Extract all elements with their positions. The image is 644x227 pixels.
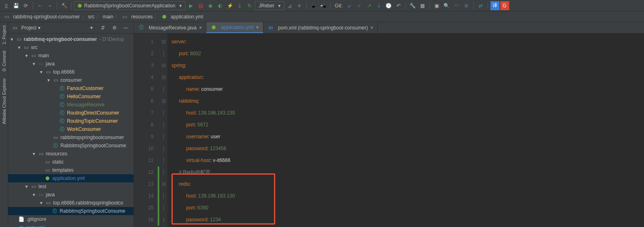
line-num[interactable]: 3: [134, 60, 154, 72]
crumb-main[interactable]: main: [103, 14, 113, 20]
code-line[interactable]: username: user: [172, 131, 644, 143]
ide-settings-icon[interactable]: ▣: [432, 1, 441, 10]
analysis-icon[interactable]: 〰: [452, 1, 461, 10]
line-num[interactable]: 10: [134, 143, 154, 155]
tree-file[interactable]: ⒸRabbitmqSpringbootConsume: [8, 142, 134, 150]
tree-file[interactable]: ⒸWorkConsumer: [8, 125, 134, 133]
chevron-down-icon[interactable]: ▾: [33, 192, 37, 198]
code-line[interactable]: port: 8002: [172, 48, 644, 60]
hide-icon[interactable]: —: [121, 23, 130, 32]
chevron-down-icon[interactable]: ▾: [11, 36, 15, 42]
tree-package[interactable]: ▾▭top.it6666: [8, 68, 134, 76]
line-num[interactable]: 9: [134, 131, 154, 143]
tab-message-receive[interactable]: Ⓒ MessageReceive.java ×: [134, 22, 206, 33]
vcs-added-mark[interactable]: [158, 166, 159, 226]
tree-gitignore[interactable]: 📄.gitignore: [8, 215, 134, 223]
line-num[interactable]: 2: [134, 48, 154, 60]
tree-pom[interactable]: mpom.xml: [8, 223, 134, 227]
line-gutter[interactable]: 1 2 3 4 5 6 7 8 9 10 11 12 13 14 15 16: [134, 34, 157, 227]
line-num[interactable]: 4: [134, 72, 154, 83]
debug-icon[interactable]: 🐞: [196, 1, 205, 10]
tree-templates[interactable]: ▭templates: [8, 166, 134, 174]
avd-icon[interactable]: 📲: [319, 1, 328, 10]
code-line[interactable]: redis:: [172, 178, 644, 190]
fold-gutter[interactable]: ⊟ │ ⊟ ⊟ │ ⊟ │ │ │ │ │ │ ⊟ │ │ ⌊: [160, 34, 167, 227]
chevron-down-icon[interactable]: ▾: [25, 184, 29, 189]
line-num[interactable]: 12: [134, 166, 154, 178]
code-line[interactable]: host: 139.196.183.130: [172, 107, 644, 119]
tree-static[interactable]: ▭static: [8, 158, 134, 166]
git-update-icon[interactable]: ↙: [345, 1, 354, 10]
deny-icon[interactable]: ⊘: [462, 1, 471, 10]
project-tree[interactable]: ▾ ▭ rabbitmq-springboot-consumer - D:\De…: [8, 34, 134, 227]
code-line[interactable]: password: 123456: [172, 143, 644, 155]
tree-file[interactable]: ⒸFanoutCustomer: [8, 84, 134, 92]
close-icon[interactable]: ×: [199, 25, 202, 31]
tree-test-pkg[interactable]: ▾▭top.it6666.rabbitmqspringbootco: [8, 199, 134, 207]
line-num[interactable]: 15: [134, 202, 154, 214]
tree-file[interactable]: ⒸMessageReceive: [8, 101, 134, 109]
code-line[interactable]: name: consumer: [172, 83, 644, 95]
git-rollback-icon[interactable]: ↶: [394, 1, 403, 10]
tree-file[interactable]: ⒸRoutingTopicConsumer: [8, 117, 134, 125]
profile-icon[interactable]: ◐: [216, 1, 225, 10]
project-structure-icon[interactable]: ▦: [418, 1, 427, 10]
close-icon[interactable]: ×: [256, 25, 259, 30]
chevron-down-icon[interactable]: ▾: [40, 200, 44, 206]
crumb-module[interactable]: ▭rabbitmq-springboot-consumer: [3, 14, 80, 20]
code-line[interactable]: # Redis的配置: [172, 166, 644, 178]
back-icon[interactable]: ←: [36, 1, 45, 10]
save-icon[interactable]: 💾: [11, 1, 20, 10]
tree-app-yml[interactable]: ⬢application.yml: [8, 174, 134, 182]
crumb-resources[interactable]: ▭resources: [121, 14, 153, 20]
crumb-src[interactable]: src: [88, 14, 94, 20]
tab-application-yml[interactable]: ⬢ application.yml ×: [206, 22, 263, 33]
project-tool-button[interactable]: 1: Project: [1, 22, 7, 47]
run-icon[interactable]: ▶: [186, 1, 195, 10]
tree-java[interactable]: ▾▭java: [8, 60, 134, 68]
alibaba-tool-button[interactable]: Alibaba Cloud Explorer: [1, 75, 7, 128]
fold-handle[interactable]: ⊟: [160, 178, 167, 190]
tree-test[interactable]: ▾▭test: [8, 182, 134, 191]
forward-icon[interactable]: →: [45, 1, 54, 10]
tab-pom-xml[interactable]: m pom.xml (rabbitmq-springboot-consumer)…: [263, 22, 378, 33]
fold-handle[interactable]: ⊟: [160, 36, 167, 48]
chevron-down-icon[interactable]: ▾: [47, 77, 51, 83]
run-config-selector[interactable]: ⬢ RabbitmqSpringbootConsumerApplication …: [74, 1, 185, 10]
translate-icon[interactable]: 译: [490, 1, 499, 10]
select-opened-icon[interactable]: ✦: [87, 23, 96, 32]
code-line[interactable]: port: 5672: [172, 119, 644, 131]
close-icon[interactable]: ×: [370, 25, 373, 31]
line-num[interactable]: 13: [134, 178, 154, 190]
open-icon[interactable]: ▯: [2, 1, 11, 10]
attach-icon[interactable]: ⤓: [235, 1, 244, 10]
crumb-file[interactable]: ⬢application.yml: [161, 14, 203, 20]
line-num[interactable]: 1: [134, 36, 154, 48]
chevron-down-icon[interactable]: ▾: [18, 45, 22, 50]
google-icon[interactable]: G: [500, 1, 509, 10]
rerun-icon[interactable]: ↻: [245, 1, 254, 10]
line-num[interactable]: 16: [134, 214, 154, 226]
fold-handle[interactable]: ⊟: [160, 72, 167, 83]
run-anything-icon[interactable]: ⚡: [225, 1, 234, 10]
tree-file[interactable]: ⒸRoutingDirectConsumer: [8, 109, 134, 117]
tree-test-file[interactable]: ⒸRabbitmqSpringbootConsume: [8, 207, 134, 215]
chevron-down-icon[interactable]: ▾: [33, 61, 37, 67]
expand-all-icon[interactable]: ⇵: [98, 23, 107, 32]
fold-handle[interactable]: ⊟: [160, 60, 167, 72]
code-line[interactable]: host: 139.196.183.130: [172, 190, 644, 202]
tree-main[interactable]: ▾▭main: [8, 52, 134, 60]
code-with-me-icon[interactable]: ⇄: [476, 1, 485, 10]
tree-consumer[interactable]: ▾▭consumer: [8, 76, 134, 84]
git-history-icon[interactable]: 🕐: [384, 1, 393, 10]
stop-icon[interactable]: ■: [295, 1, 304, 10]
jrebel-run-icon[interactable]: ◢: [285, 1, 294, 10]
tree-resources[interactable]: ▾▭resources: [8, 150, 134, 158]
chevron-down-icon[interactable]: ▾: [40, 69, 44, 75]
git-fetch-icon[interactable]: ⇣: [374, 1, 383, 10]
tree-file[interactable]: ⒸHelloConsumer: [8, 92, 134, 101]
settings-icon[interactable]: 🔧: [408, 1, 417, 10]
search-icon[interactable]: 🔍: [442, 1, 451, 10]
fold-handle[interactable]: ⊟: [160, 95, 167, 107]
settings-gear-icon[interactable]: ⚙: [110, 23, 119, 32]
